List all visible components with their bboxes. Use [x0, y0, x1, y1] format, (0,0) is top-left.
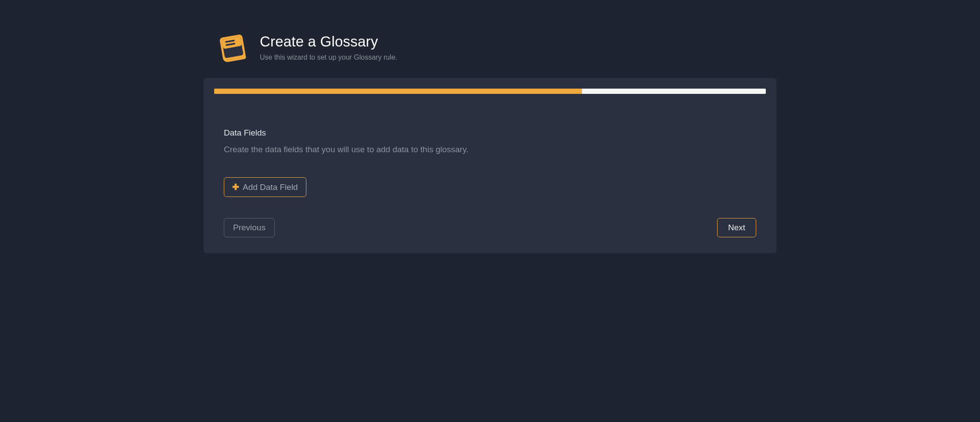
- progress-fill: [214, 89, 582, 94]
- page-subtitle: Use this wizard to set up your Glossary …: [260, 54, 397, 61]
- next-button[interactable]: Next: [717, 218, 756, 237]
- previous-button[interactable]: Previous: [224, 218, 275, 237]
- data-fields-section: Data Fields Create the data fields that …: [214, 128, 766, 197]
- add-data-field-label: Add Data Field: [243, 182, 298, 192]
- section-title: Data Fields: [224, 128, 756, 138]
- section-description: Create the data fields that you will use…: [224, 145, 756, 154]
- progress-bar: [214, 89, 766, 94]
- page-title: Create a Glossary: [260, 33, 397, 50]
- wizard-nav: Previous Next: [214, 218, 766, 237]
- previous-button-label: Previous: [233, 223, 266, 232]
- wizard-header: Create a Glossary Use this wizard to set…: [204, 31, 776, 64]
- glossary-book-icon: [216, 31, 249, 64]
- add-data-field-button[interactable]: ✚ Add Data Field: [224, 177, 306, 197]
- next-button-label: Next: [728, 223, 745, 232]
- plus-icon: ✚: [232, 182, 239, 192]
- wizard-card: Data Fields Create the data fields that …: [204, 78, 776, 253]
